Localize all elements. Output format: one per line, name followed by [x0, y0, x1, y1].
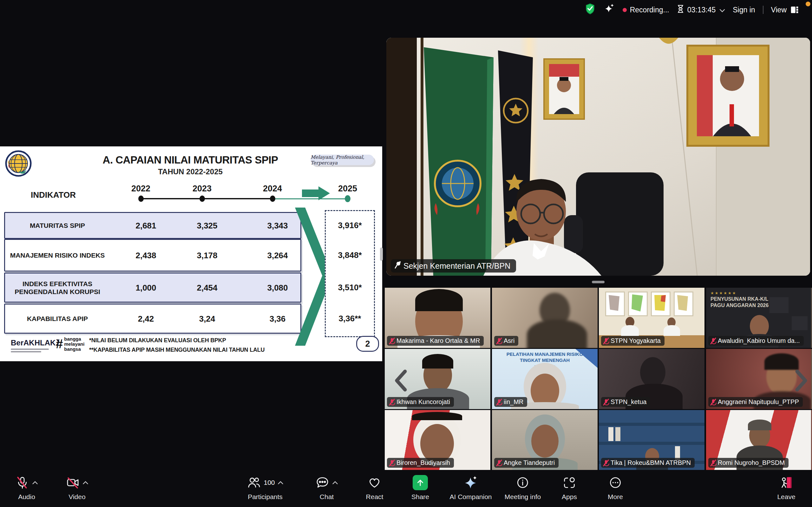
year-2025: 2025: [328, 184, 367, 193]
view-grid-icon: [790, 5, 799, 14]
meeting-toolbar: Audio Video 100 Participants Chat: [0, 470, 812, 507]
participant-name-plate: Romi Nugroho_BPSDM: [708, 458, 789, 468]
audio-button[interactable]: Audio: [15, 475, 38, 501]
chevron-right-icon[interactable]: [795, 370, 809, 393]
berakhlak-logo: BerAKHLAK❯: [11, 338, 60, 352]
menubar-divider: [763, 6, 763, 14]
participant-tile[interactable]: Asri: [492, 288, 598, 348]
berakhlak-label: BerAKHLAK: [11, 338, 55, 347]
cell-value: 2,438: [124, 250, 168, 260]
mic-muted-icon: [711, 459, 716, 466]
arrow-right-icon: [318, 186, 330, 200]
cell-value: 2,681: [124, 221, 168, 230]
chat-icon: [316, 475, 329, 490]
footnote-2: **KAPABILITAS APIP MASIH MENGGUNAKAN NIL…: [89, 347, 264, 353]
hashtag-icon: #: [56, 337, 63, 351]
more-label: More: [608, 493, 623, 501]
participant-name-plate: iin_MR: [494, 397, 527, 407]
timeline-dot: [138, 195, 144, 202]
participant-tile[interactable]: STPN Yogyakarta: [599, 288, 705, 348]
mic-muted-icon: [604, 337, 608, 344]
participant-tile[interactable]: ★★★★★★ PENYUSUNAN RKA-K/LPAGU ANGGARAN 2…: [706, 288, 812, 348]
bangga-line: bangga: [64, 337, 84, 342]
participant-name-plate: Awaludin_Kabiro Umum da...: [708, 336, 804, 346]
timer-value: 03:13:45: [687, 6, 716, 14]
video-button[interactable]: Video: [66, 475, 89, 501]
security-shield-icon[interactable]: [584, 3, 596, 17]
participant-tile[interactable]: Makarima - Karo Ortala & MR: [385, 288, 490, 348]
participant-name: Biroren_Budiyarsih: [397, 459, 450, 466]
participant-tile[interactable]: Romi Nugroho_BPSDM: [706, 410, 812, 470]
ai-companion-button[interactable]: AI Companion: [450, 475, 492, 501]
chevron-up-icon[interactable]: [32, 481, 38, 485]
cell-value-2025: 3,36**: [326, 314, 374, 324]
participant-name: iin_MR: [504, 398, 523, 406]
shared-screen-slide: A. CAPAIAN NILAI MATURITAS SPIP TAHUN 20…: [0, 147, 382, 361]
mic-muted-icon: [604, 399, 608, 406]
participant-name: Awaludin_Kabiro Umum da...: [718, 337, 800, 344]
slide-subtitle: TAHUN 2022-2025: [32, 167, 349, 176]
participant-name-plate: Ikhwan Kuncorojati: [387, 397, 454, 407]
participant-name: Tika | Rokeu&BMN ATRBPN: [611, 459, 691, 466]
participant-tile[interactable]: PELATIHAN MANAJEMEN RISIKOTINGKAT MENENG…: [492, 349, 598, 409]
mic-muted-icon: [711, 337, 716, 344]
cell-value: 3,178: [185, 250, 229, 260]
video-label: Video: [68, 493, 85, 501]
participant-tile[interactable]: Angke Tiandeputri: [492, 410, 598, 470]
share-button[interactable]: Share: [411, 475, 429, 501]
participant-name: Makarima - Karo Ortala & MR: [397, 337, 480, 344]
react-button[interactable]: React: [366, 475, 384, 501]
bangga-melayani-bangsa-logo: # bangga melayani bangsa: [56, 337, 84, 351]
participant-name-plate: Asri: [494, 336, 518, 346]
participants-button[interactable]: 100 Participants: [247, 475, 283, 501]
apps-button[interactable]: Apps: [562, 475, 577, 501]
mic-muted-icon: [390, 399, 394, 406]
chat-button[interactable]: Chat: [316, 475, 338, 501]
apps-icon: [562, 475, 576, 490]
table-row: MANAJEMEN RISIKO INDEKS 2,438 3,178 3,26…: [4, 239, 301, 272]
timeline-line: [141, 198, 272, 199]
participant-name-plate: STPN_ketua: [601, 397, 650, 407]
thumbnails-drag-handle[interactable]: [592, 281, 605, 283]
meeting-info-button[interactable]: Meeting info: [505, 475, 541, 501]
timeline-line-green: [272, 199, 348, 199]
participants-icon: [247, 475, 261, 490]
chevron-left-icon[interactable]: [394, 370, 408, 393]
chevron-down-icon[interactable]: [719, 6, 725, 14]
participants-count: 100: [264, 479, 275, 487]
year-2024: 2024: [253, 184, 292, 193]
panel-resize-handle[interactable]: [380, 247, 383, 261]
sign-in-button[interactable]: Sign in: [733, 6, 755, 14]
zoom-meeting-window: Recording... 03:13:45 Sign in View: [0, 0, 812, 507]
bangga-line: bangsa: [64, 347, 84, 352]
motto-badge: Melayani, Profesional, Terpercaya: [310, 155, 374, 165]
cell-value: 3,325: [185, 221, 229, 230]
chevron-up-icon[interactable]: [333, 481, 338, 485]
participant-name: Angke Tiandeputri: [504, 459, 555, 466]
view-button[interactable]: View: [771, 5, 799, 14]
cell-value: 2,454: [185, 283, 229, 292]
meeting-timer[interactable]: 03:13:45: [677, 4, 725, 15]
camera-muted-icon: [66, 475, 80, 490]
mic-muted-icon: [604, 459, 608, 466]
participant-name: Ikhwan Kuncorojati: [397, 398, 450, 406]
participant-tile[interactable]: Tika | Rokeu&BMN ATRBPN: [599, 410, 705, 470]
table-row: MATURITAS SPIP 2,681 3,325 3,343: [4, 212, 301, 239]
bangga-line: melayani: [64, 342, 84, 347]
chevron-up-icon[interactable]: [278, 481, 284, 485]
participant-tile[interactable]: Biroren_Budiyarsih: [385, 410, 490, 470]
view-label: View: [771, 6, 786, 14]
year-2023: 2023: [183, 184, 221, 193]
more-button[interactable]: More: [608, 475, 623, 501]
main-speaker-video: Sekjen Kementerian ATR/BPN: [386, 38, 810, 276]
chat-label: Chat: [320, 493, 334, 501]
sparkles-icon[interactable]: [604, 3, 615, 16]
mic-muted-icon: [497, 459, 502, 466]
leave-button[interactable]: Leave: [777, 475, 795, 501]
cell-value: 3,24: [185, 314, 229, 324]
participant-name: Asri: [504, 337, 514, 344]
participant-name: STPN_ketua: [611, 398, 647, 406]
participant-tile[interactable]: STPN_ketua: [599, 349, 705, 409]
chevron-up-icon[interactable]: [83, 481, 89, 485]
participant-name: Anggraeni Napitupulu_PTPP: [718, 398, 799, 406]
